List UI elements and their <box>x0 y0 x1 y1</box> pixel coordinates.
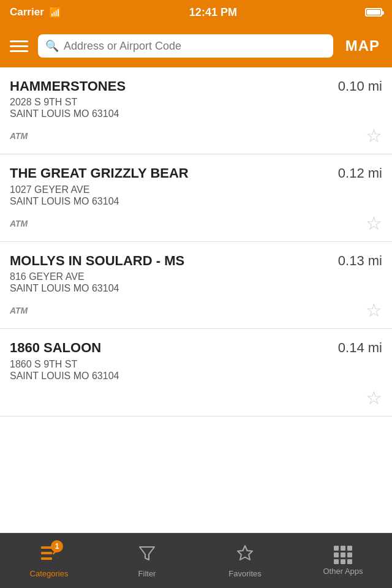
tab-filter[interactable]: Filter <box>98 533 196 588</box>
item-tag-1: ATM <box>10 219 28 228</box>
item-address-2: 816 GEYER AVE <box>10 271 382 282</box>
other-apps-label: Other Apps <box>323 567 363 576</box>
results-list: HAMMERSTONES 0.10 mi 2028 S 9TH ST SAINT… <box>0 67 392 533</box>
item-distance-2: 0.13 mi <box>338 253 382 269</box>
tab-bar: 1 Categories Filter Favorites Other Apps <box>0 533 392 588</box>
item-city-1: SAINT LOUIS MO 63104 <box>10 196 382 207</box>
categories-icon: 1 <box>40 544 58 567</box>
menu-icon[interactable] <box>7 38 31 55</box>
search-icon: 🔍 <box>45 39 59 53</box>
carrier-info: Carrier 📶 <box>10 6 61 18</box>
other-apps-icon <box>334 546 352 564</box>
item-tag-0: ATM <box>10 131 28 141</box>
item-address-0: 2028 S 9TH ST <box>10 97 382 108</box>
svg-marker-4 <box>238 546 252 560</box>
favorites-icon <box>236 544 254 567</box>
search-input[interactable] <box>64 40 326 53</box>
svg-marker-3 <box>140 547 154 560</box>
tab-categories[interactable]: 1 Categories <box>0 533 98 588</box>
categories-label: Categories <box>30 569 69 578</box>
tab-other-apps[interactable]: Other Apps <box>294 533 392 588</box>
time-display: 12:41 PM <box>189 6 237 19</box>
item-name-3: 1860 SALOON <box>10 340 338 356</box>
item-city-0: SAINT LOUIS MO 63104 <box>10 108 382 119</box>
categories-badge: 1 <box>51 540 63 552</box>
star-icon-0[interactable]: ☆ <box>366 127 382 145</box>
svg-rect-2 <box>41 557 52 560</box>
battery-icon <box>365 8 382 17</box>
search-box[interactable]: 🔍 <box>38 34 333 58</box>
svg-rect-1 <box>41 552 52 554</box>
list-item[interactable]: HAMMERSTONES 0.10 mi 2028 S 9TH ST SAINT… <box>0 67 392 154</box>
tab-favorites[interactable]: Favorites <box>196 533 294 588</box>
list-item[interactable]: MOLLYS IN SOULARD - MS 0.13 mi 816 GEYER… <box>0 242 392 329</box>
star-icon-2[interactable]: ☆ <box>366 301 382 320</box>
list-item[interactable]: THE GREAT GRIZZLY BEAR 0.12 mi 1027 GEYE… <box>0 154 392 241</box>
item-distance-1: 0.12 mi <box>338 165 382 181</box>
item-distance-0: 0.10 mi <box>338 78 382 94</box>
item-name-0: HAMMERSTONES <box>10 78 338 94</box>
item-address-3: 1860 S 9TH ST <box>10 359 382 370</box>
item-city-3: SAINT LOUIS MO 63104 <box>10 371 382 382</box>
status-bar: Carrier 📶 12:41 PM <box>0 0 392 24</box>
wifi-icon: 📶 <box>49 7 61 18</box>
filter-label: Filter <box>138 569 156 578</box>
item-name-1: THE GREAT GRIZZLY BEAR <box>10 165 338 181</box>
item-city-2: SAINT LOUIS MO 63104 <box>10 283 382 294</box>
item-tag-2: ATM <box>10 306 28 315</box>
item-distance-3: 0.14 mi <box>338 340 382 356</box>
item-address-1: 1027 GEYER AVE <box>10 184 382 195</box>
carrier-label: Carrier <box>10 6 44 18</box>
map-button[interactable]: MAP <box>341 35 385 57</box>
favorites-label: Favorites <box>228 569 261 578</box>
filter-icon <box>138 544 156 567</box>
header: 🔍 MAP <box>0 24 392 67</box>
list-item[interactable]: 1860 SALOON 0.14 mi 1860 S 9TH ST SAINT … <box>0 329 392 416</box>
star-icon-1[interactable]: ☆ <box>366 214 382 233</box>
star-icon-3[interactable]: ☆ <box>366 389 382 407</box>
item-name-2: MOLLYS IN SOULARD - MS <box>10 253 338 269</box>
